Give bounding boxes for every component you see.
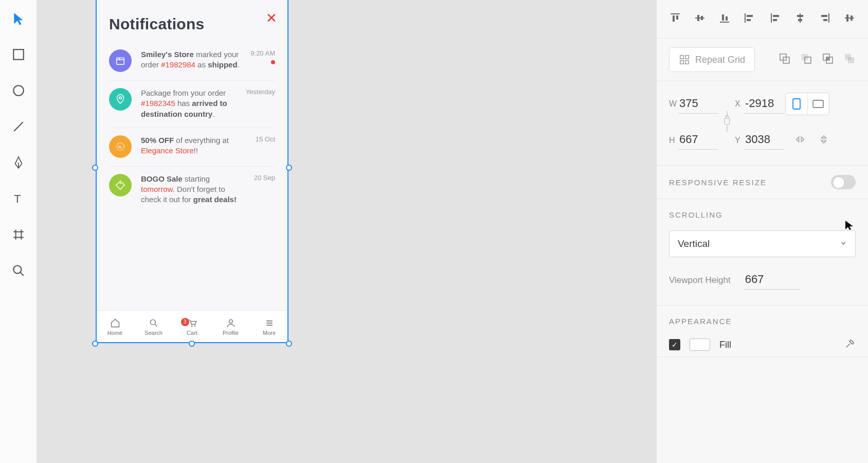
svg-rect-28 — [726, 16, 728, 21]
responsive-resize-toggle[interactable] — [831, 175, 856, 189]
boolean-subtract-icon[interactable] — [800, 52, 812, 67]
svg-rect-43 — [851, 15, 853, 21]
tab-search[interactable]: Search — [134, 311, 173, 343]
svg-line-13 — [155, 325, 157, 327]
align-bottom-icon[interactable] — [718, 12, 731, 26]
repeat-grid-button[interactable]: Repeat Grid — [669, 47, 755, 72]
appearance-section: APPEARANCE ✓ Fill — [657, 306, 868, 357]
resize-handle[interactable] — [286, 341, 292, 347]
svg-point-16 — [229, 319, 232, 323]
svg-rect-24 — [697, 15, 699, 21]
responsive-resize-label: RESPONSIVE RESIZE — [669, 178, 767, 187]
close-icon[interactable]: ✕ — [266, 11, 277, 25]
tab-cart[interactable]: 3 Cart — [173, 311, 211, 343]
notification-item[interactable]: BOGO Sale starting tomorrow. Don't forge… — [109, 167, 275, 213]
svg-point-1 — [13, 85, 24, 96]
boolean-intersect-icon[interactable] — [822, 52, 834, 67]
unread-dot — [271, 60, 275, 64]
tab-home[interactable]: Home — [96, 311, 134, 343]
portrait-icon[interactable] — [786, 93, 807, 115]
fill-checkbox[interactable]: ✓ — [669, 339, 680, 350]
flip-vertical-icon[interactable] — [818, 134, 829, 147]
resize-handle[interactable] — [92, 341, 98, 347]
flip-horizontal-icon[interactable] — [794, 134, 806, 147]
width-input[interactable] — [678, 95, 718, 114]
zoom-tool[interactable] — [10, 262, 27, 279]
tag-icon — [109, 174, 132, 197]
height-input[interactable] — [678, 131, 718, 150]
svg-point-15 — [194, 326, 195, 327]
svg-point-14 — [191, 326, 192, 327]
svg-rect-46 — [680, 61, 683, 64]
scrolling-select[interactable]: Vertical — [669, 230, 856, 257]
tab-more[interactable]: More — [250, 311, 288, 343]
rectangle-tool[interactable] — [10, 46, 27, 63]
transform-section: W X H Y — [657, 81, 868, 166]
svg-rect-45 — [685, 56, 689, 59]
eyedropper-icon[interactable] — [844, 338, 856, 351]
cart-badge: 3 — [181, 318, 189, 326]
notification-item[interactable]: Smiley's Store marked your order #198298… — [109, 42, 275, 81]
svg-rect-33 — [773, 15, 779, 17]
svg-text:T: T — [14, 192, 21, 205]
fill-label: Fill — [719, 340, 731, 350]
svg-rect-34 — [773, 19, 777, 21]
align-left-icon[interactable] — [769, 12, 782, 26]
svg-line-2 — [14, 122, 23, 131]
tab-profile[interactable]: Profile — [211, 311, 250, 343]
line-tool[interactable] — [10, 118, 27, 135]
notification-item[interactable]: Package from your order #1982345 has arr… — [109, 81, 275, 128]
svg-point-11 — [120, 183, 121, 184]
svg-rect-7 — [117, 58, 124, 65]
appearance-label: APPEARANCE — [669, 317, 856, 326]
boolean-add-icon[interactable] — [779, 52, 791, 67]
svg-rect-47 — [685, 61, 689, 64]
fill-swatch[interactable] — [690, 339, 710, 351]
align-top-icon[interactable] — [669, 12, 681, 26]
canvas[interactable]: ✕ Notifications Smiley's Store marked yo… — [37, 0, 667, 463]
select-tool[interactable] — [10, 10, 27, 27]
ellipse-tool[interactable] — [10, 82, 27, 99]
y-input[interactable] — [744, 131, 784, 150]
svg-rect-58 — [793, 99, 800, 109]
scrolling-label: SCROLLING — [669, 210, 856, 219]
x-input[interactable] — [744, 95, 784, 114]
selected-artboard[interactable]: ✕ Notifications Smiley's Store marked yo… — [96, 0, 288, 343]
pen-tool[interactable] — [10, 154, 27, 171]
discount-icon: % — [109, 135, 132, 158]
height-label: H — [669, 136, 678, 145]
align-right-icon[interactable] — [819, 12, 831, 26]
resize-handle[interactable] — [286, 165, 292, 171]
y-label: Y — [735, 136, 744, 145]
distribute-horizontal-icon[interactable] — [843, 12, 856, 26]
artboard-tool[interactable] — [10, 226, 27, 243]
notification-time: Yesterday — [244, 88, 275, 119]
notification-text: 50% OFF of everything at Elegance Store!… — [141, 135, 240, 158]
svg-text:%: % — [118, 145, 122, 149]
lock-aspect-icon[interactable] — [719, 110, 735, 133]
inspector-panel: Repeat Grid W X H Y — [656, 0, 868, 463]
notification-time: 20 Sep — [244, 174, 275, 205]
svg-line-6 — [20, 272, 24, 276]
distribute-vertical-icon[interactable] — [743, 12, 755, 26]
text-tool[interactable]: T — [10, 190, 27, 207]
boolean-exclude-icon[interactable] — [843, 52, 856, 67]
svg-rect-37 — [798, 19, 802, 21]
svg-rect-39 — [821, 15, 827, 17]
svg-rect-0 — [13, 49, 24, 60]
svg-rect-56 — [848, 57, 854, 63]
resize-handle[interactable] — [92, 165, 98, 171]
svg-rect-40 — [823, 19, 827, 21]
notification-text: Package from your order #1982345 has arr… — [141, 88, 240, 119]
svg-point-12 — [150, 319, 155, 325]
notification-item[interactable]: % 50% OFF of everything at Elegance Stor… — [109, 128, 275, 167]
viewport-height-input[interactable] — [744, 271, 801, 290]
svg-point-8 — [119, 97, 122, 99]
chevron-down-icon — [840, 238, 847, 250]
landscape-icon[interactable] — [807, 93, 829, 115]
resize-handle[interactable] — [189, 341, 195, 347]
svg-rect-31 — [747, 19, 751, 21]
align-middle-icon[interactable] — [694, 12, 706, 26]
mouse-cursor — [844, 220, 855, 230]
align-center-icon[interactable] — [794, 12, 806, 26]
